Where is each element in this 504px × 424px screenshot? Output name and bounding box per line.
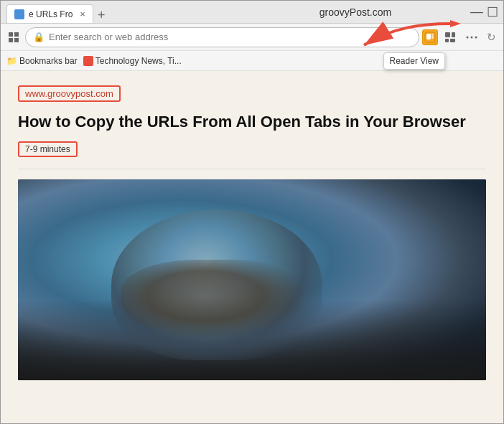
shield-icon: 🔒 (33, 32, 45, 42)
window-controls: — ☐ (472, 7, 498, 17)
reading-time-badge: 7-9 minutes (18, 141, 78, 157)
svg-rect-3 (14, 38, 19, 42)
reader-view-tooltip: Reader View (383, 52, 445, 70)
reader-view-button[interactable]: Reader View (422, 29, 438, 45)
reader-view-icon[interactable] (422, 29, 438, 45)
active-tab[interactable]: e URLs Fro × (6, 4, 93, 23)
divider (18, 169, 486, 169)
title-bar: e URLs Fro × + groovyPost.com — ☐ (1, 1, 503, 24)
svg-rect-12 (450, 39, 455, 42)
more-options-button[interactable] (462, 28, 481, 47)
tab-close-button[interactable]: × (80, 9, 85, 19)
svg-rect-2 (9, 38, 13, 42)
svg-point-14 (471, 36, 473, 38)
bookmarks-bar-folder[interactable]: 📁 Bookmarks bar (6, 56, 78, 66)
article-title: How to Copy the URLs From All Open Tabs … (18, 112, 486, 133)
svg-rect-1 (14, 32, 19, 37)
svg-rect-8 (431, 37, 434, 39)
new-tab-button[interactable]: + (93, 7, 110, 23)
svg-point-15 (475, 36, 477, 38)
refresh-button[interactable]: ↻ (484, 29, 499, 45)
svg-rect-6 (431, 34, 434, 35)
address-bar[interactable]: 🔒 (25, 27, 419, 47)
bookmark-text: Technology News, Ti... (95, 56, 182, 66)
site-url[interactable]: www.groovypost.com (18, 85, 121, 102)
minimize-button[interactable]: — (472, 7, 482, 17)
bookmark-favicon (83, 56, 93, 66)
svg-point-13 (467, 36, 469, 38)
svg-rect-0 (9, 32, 13, 37)
svg-rect-7 (431, 35, 434, 37)
tab-favicon (14, 9, 24, 19)
svg-rect-10 (452, 32, 455, 37)
svg-rect-9 (445, 32, 450, 37)
tab-strip: e URLs Fro × + (6, 1, 239, 23)
technology-news-bookmark[interactable]: Technology News, Ti... (83, 56, 182, 66)
collection-icon[interactable] (441, 28, 459, 47)
svg-rect-11 (445, 39, 449, 42)
article-image (18, 179, 486, 380)
svg-rect-5 (426, 34, 431, 39)
window-title: groovyPost.com (239, 6, 472, 18)
folder-icon: 📁 (6, 56, 17, 66)
address-input[interactable] (49, 32, 411, 42)
bookmarks-bar-label: Bookmarks bar (19, 56, 78, 66)
page-content: www.groovypost.com How to Copy the URLs … (1, 71, 503, 423)
maximize-button[interactable]: ☐ (487, 7, 498, 17)
toolbar: 🔒 Reader View (1, 24, 503, 51)
grid-icon[interactable] (5, 29, 22, 46)
tab-title: e URLs Fro (29, 9, 73, 19)
